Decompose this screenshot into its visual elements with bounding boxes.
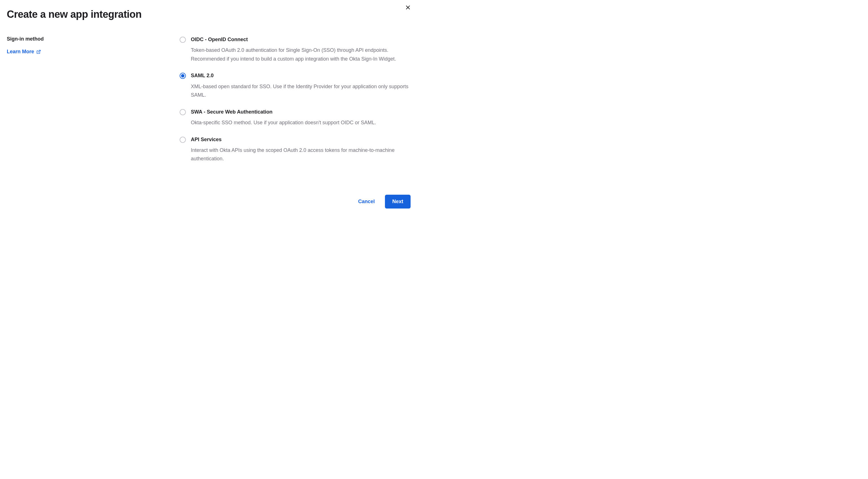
option-swa[interactable]: SWA - Secure Web Authentication Okta-spe… — [180, 108, 411, 127]
cancel-button[interactable]: Cancel — [356, 195, 377, 208]
option-content: OIDC - OpenID Connect Token-based OAuth … — [191, 36, 411, 63]
option-oidc[interactable]: OIDC - OpenID Connect Token-based OAuth … — [180, 36, 411, 63]
option-label: API Services — [191, 136, 411, 143]
radio-api-services[interactable] — [180, 137, 186, 143]
create-app-integration-dialog: × Create a new app integration Sign-in m… — [7, 8, 411, 208]
svg-line-0 — [38, 50, 40, 52]
option-content: SWA - Secure Web Authentication Okta-spe… — [191, 108, 411, 127]
option-content: SAML 2.0 XML-based open standard for SSO… — [191, 72, 411, 99]
next-button[interactable]: Next — [385, 195, 411, 208]
dialog-content: Sign-in method Learn More OIDC - OpenID … — [7, 36, 411, 172]
dialog-title: Create a new app integration — [7, 8, 411, 20]
left-column: Sign-in method Learn More — [7, 36, 168, 172]
close-icon: × — [405, 2, 411, 12]
option-description: XML-based open standard for SSO. Use if … — [191, 82, 411, 99]
learn-more-text: Learn More — [7, 49, 34, 55]
option-label: SAML 2.0 — [191, 72, 411, 79]
option-description: Okta-specific SSO method. Use if your ap… — [191, 118, 411, 127]
radio-swa[interactable] — [180, 109, 186, 115]
learn-more-link[interactable]: Learn More — [7, 49, 41, 55]
radio-oidc[interactable] — [180, 37, 186, 43]
signin-method-label: Sign-in method — [7, 36, 168, 42]
radio-saml[interactable] — [180, 73, 186, 79]
options-column: OIDC - OpenID Connect Token-based OAuth … — [180, 36, 411, 172]
option-description: Interact with Okta APIs using the scoped… — [191, 146, 411, 163]
option-saml[interactable]: SAML 2.0 XML-based open standard for SSO… — [180, 72, 411, 99]
option-label: OIDC - OpenID Connect — [191, 36, 411, 43]
option-description: Token-based OAuth 2.0 authentication for… — [191, 46, 411, 63]
option-label: SWA - Secure Web Authentication — [191, 108, 411, 115]
external-link-icon — [36, 49, 41, 54]
dialog-footer: Cancel Next — [7, 195, 411, 208]
close-button[interactable]: × — [405, 3, 411, 12]
option-content: API Services Interact with Okta APIs usi… — [191, 136, 411, 163]
option-api-services[interactable]: API Services Interact with Okta APIs usi… — [180, 136, 411, 163]
